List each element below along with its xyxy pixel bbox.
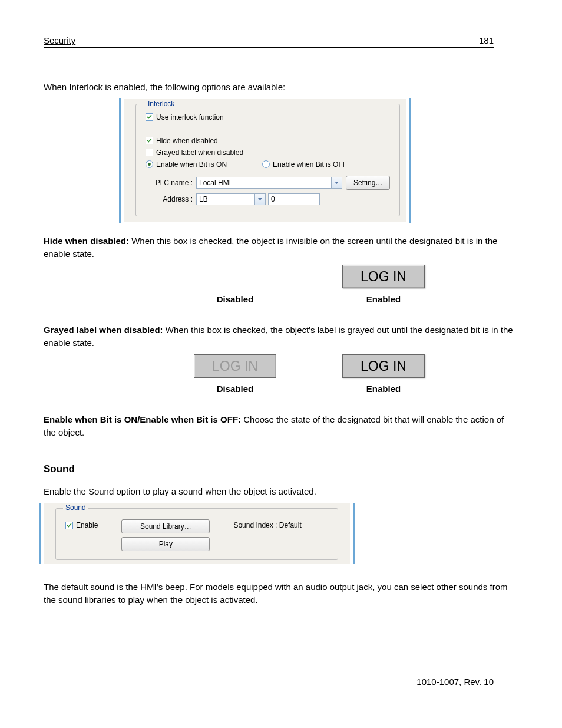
grayed-label-checkbox[interactable] — [146, 149, 153, 156]
footer-text: 1010-1007, Rev. 10 — [416, 677, 494, 687]
hide-when-disabled-paragraph: Hide when disabled: When this box is che… — [44, 235, 515, 261]
address-type-select[interactable]: LB — [196, 193, 266, 205]
grayed-paragraph: Grayed label when disabled: When this bo… — [44, 324, 515, 350]
plc-name-select[interactable]: Local HMI — [196, 177, 342, 189]
plc-name-value: Local HMI — [199, 179, 231, 187]
caption-enabled-2: Enabled — [317, 384, 450, 394]
interlock-panel: Interlock Use interlock function Hide wh… — [124, 98, 406, 223]
svg-marker-0 — [335, 182, 339, 184]
gray-bold: Grayed label when disabled: — [44, 325, 163, 335]
page-number: 181 — [479, 35, 494, 45]
setting-button[interactable]: Setting… — [346, 176, 390, 190]
intro-text: When Interlock is enabled, the following… — [44, 81, 515, 94]
plc-name-label: PLC name : — [146, 179, 193, 187]
play-button[interactable]: Play — [121, 537, 210, 551]
sound-intro: Enable the Sound option to play a sound … — [44, 485, 515, 498]
address-value-input[interactable]: 0 — [268, 193, 320, 205]
grayed-label-label: Grayed label when disabled — [156, 149, 243, 157]
sound-outro: The default sound is the HMI's beep. For… — [44, 581, 515, 607]
sound-index-label: Sound Index : Default — [233, 519, 301, 529]
enable-on-label: Enable when Bit is ON — [156, 160, 227, 169]
chevron-down-icon — [331, 177, 342, 188]
sound-library-button[interactable]: Sound Library… — [121, 519, 210, 533]
login-enabled-example-2: LOG IN — [342, 354, 425, 378]
enable-on-radio[interactable] — [146, 160, 153, 168]
enable-off-radio[interactable] — [262, 160, 270, 168]
hide-when-disabled-label: Hide when disabled — [156, 137, 218, 145]
caption-enabled: Enabled — [317, 294, 450, 304]
caption-disabled-2: Disabled — [168, 384, 302, 394]
address-type-value: LB — [199, 195, 208, 203]
enable-bold: Enable when Bit is ON/Enable when Bit is… — [44, 414, 241, 424]
use-interlock-label: Use interlock function — [156, 113, 224, 121]
svg-marker-1 — [258, 198, 262, 200]
sound-enable-label: Enable — [76, 521, 98, 529]
hide-when-disabled-checkbox[interactable] — [146, 137, 153, 144]
header-section: Security — [44, 35, 75, 45]
sound-panel: Sound Enable Sound Library… Play Sound I… — [44, 503, 350, 564]
hide-bold: Hide when disabled: — [44, 236, 129, 246]
address-label: Address : — [146, 195, 193, 203]
sound-enable-checkbox[interactable] — [65, 522, 73, 529]
sound-legend: Sound — [63, 503, 88, 512]
login-grayed-example: LOG IN — [194, 354, 276, 378]
enable-paragraph: Enable when Bit is ON/Enable when Bit is… — [44, 413, 515, 439]
header-rule — [44, 47, 494, 48]
use-interlock-checkbox[interactable] — [146, 113, 153, 121]
sound-heading: Sound — [44, 463, 515, 475]
interlock-legend: Interlock — [146, 100, 177, 108]
chevron-down-icon — [254, 194, 265, 205]
login-enabled-example: LOG IN — [342, 265, 425, 288]
caption-disabled: Disabled — [168, 294, 302, 304]
enable-off-label: Enable when Bit is OFF — [273, 160, 347, 169]
